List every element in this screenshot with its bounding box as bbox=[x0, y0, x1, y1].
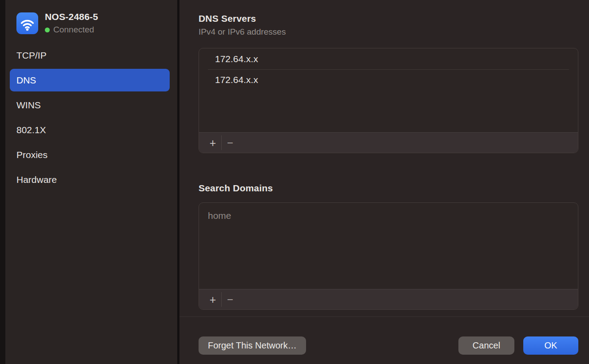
search-domains-toolbar: + − bbox=[199, 289, 578, 309]
search-domains-list: home + − bbox=[199, 202, 578, 310]
connected-dot-icon bbox=[45, 28, 50, 32]
ok-button[interactable]: OK bbox=[523, 336, 578, 355]
remove-search-domain-button[interactable]: − bbox=[222, 289, 239, 309]
network-status: Connected bbox=[45, 25, 98, 35]
add-dns-server-button[interactable]: + bbox=[204, 133, 221, 153]
network-name: NOS-2486-5 bbox=[45, 12, 98, 22]
search-domain-row[interactable]: home bbox=[199, 203, 578, 226]
dns-list-toolbar: + − bbox=[199, 132, 578, 153]
dns-servers-subtitle: IPv4 or IPv6 addresses bbox=[199, 27, 578, 37]
search-domains-title: Search Domains bbox=[199, 183, 578, 194]
sidebar-item-dns[interactable]: DNS bbox=[10, 69, 170, 91]
action-bar: Forget This Network… Cancel OK bbox=[199, 336, 578, 355]
sidebar-item-tcpip[interactable]: TCP/IP bbox=[10, 44, 170, 67]
footer-divider bbox=[179, 317, 589, 317]
dns-server-rows: 172.64.x.x 172.64.x.x bbox=[199, 48, 578, 132]
network-header: NOS-2486-5 Connected bbox=[5, 12, 177, 35]
network-details-window: NOS-2486-5 Connected TCP/IP DNS WINS 802… bbox=[0, 0, 589, 364]
dns-servers-title: DNS Servers bbox=[199, 13, 578, 24]
dns-server-row[interactable]: 172.64.x.x bbox=[199, 49, 578, 69]
dns-server-row[interactable]: 172.64.x.x bbox=[199, 70, 578, 90]
window-edge-strip bbox=[0, 0, 5, 364]
wifi-icon bbox=[16, 12, 38, 34]
settings-nav: TCP/IP DNS WINS 802.1X Proxies Hardware bbox=[5, 44, 177, 191]
sidebar-item-wins[interactable]: WINS bbox=[10, 94, 170, 116]
network-identity: NOS-2486-5 Connected bbox=[45, 12, 98, 35]
remove-dns-server-button[interactable]: − bbox=[222, 133, 239, 153]
sidebar-item-proxies[interactable]: Proxies bbox=[10, 143, 170, 166]
add-search-domain-button[interactable]: + bbox=[204, 289, 221, 309]
forget-network-button[interactable]: Forget This Network… bbox=[199, 336, 306, 355]
cancel-button[interactable]: Cancel bbox=[458, 336, 514, 355]
dns-servers-list: 172.64.x.x 172.64.x.x + − bbox=[199, 48, 578, 153]
status-label: Connected bbox=[53, 25, 94, 35]
dns-pane: DNS Servers IPv4 or IPv6 addresses 172.6… bbox=[179, 0, 589, 364]
sidebar-item-hardware[interactable]: Hardware bbox=[10, 168, 170, 191]
sidebar: NOS-2486-5 Connected TCP/IP DNS WINS 802… bbox=[5, 0, 177, 364]
search-domain-rows: home bbox=[199, 203, 578, 289]
sidebar-item-8021x[interactable]: 802.1X bbox=[10, 119, 170, 141]
